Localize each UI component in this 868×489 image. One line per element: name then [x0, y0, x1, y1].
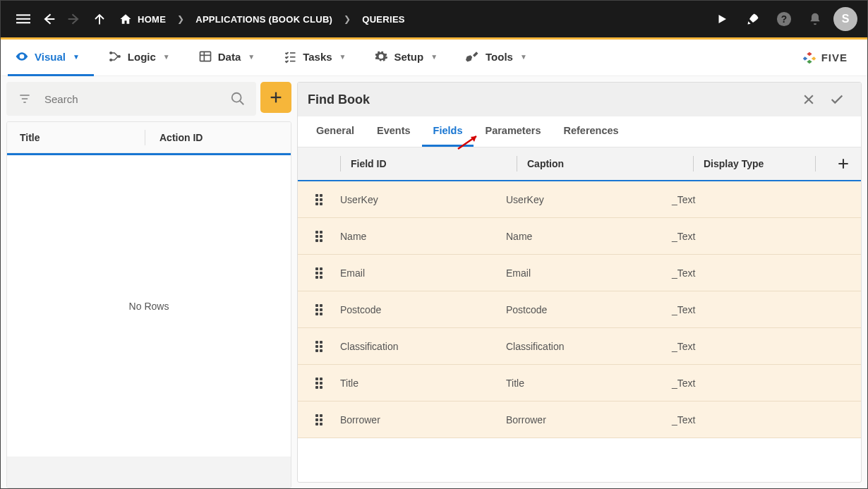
menu-setup[interactable]: Setup ▼: [367, 40, 452, 76]
breadcrumb-home[interactable]: HOME: [112, 13, 173, 25]
drag-handle-icon[interactable]: [298, 194, 340, 205]
cell-field-id: UserKey: [340, 194, 506, 205]
tab-label: Fields: [433, 125, 463, 136]
tab-label: References: [563, 125, 618, 136]
bell-icon[interactable]: [802, 6, 828, 32]
table-row[interactable]: Classification Classification _Text: [298, 328, 861, 365]
grid-header: Field ID Caption Display Type: [298, 147, 861, 181]
menubar: Visual ▼ Logic ▼ Data ▼ Tasks ▼ Setup ▼ …: [1, 40, 867, 76]
close-icon[interactable]: [795, 85, 823, 114]
filter-icon[interactable]: [11, 85, 39, 113]
menu-data[interactable]: Data ▼: [191, 40, 269, 76]
cell-caption: UserKey: [506, 194, 672, 205]
cell-field-id: Email: [340, 267, 506, 279]
menu-label: Logic: [128, 51, 156, 63]
left-panel: Title Action ID No Rows: [1, 76, 291, 488]
tab-references[interactable]: References: [552, 116, 629, 147]
table-row[interactable]: Borrower Borrower _Text: [298, 402, 861, 438]
cell-field-id: Name: [340, 231, 506, 242]
menu-logic[interactable]: Logic ▼: [101, 40, 184, 76]
column-header-caption[interactable]: Caption: [527, 158, 693, 169]
drag-handle-icon[interactable]: [298, 267, 340, 279]
cell-caption: Name: [506, 231, 672, 242]
column-header-field-id[interactable]: Field ID: [351, 158, 517, 169]
tab-label: Events: [377, 125, 411, 136]
menu-label: Setup: [394, 51, 423, 63]
cell-caption: Borrower: [506, 414, 672, 425]
menu-tasks[interactable]: Tasks ▼: [276, 40, 360, 76]
chevron-right-icon: ❯: [173, 14, 188, 24]
drag-handle-icon[interactable]: [298, 414, 340, 425]
breadcrumb-queries[interactable]: QUERIES: [355, 14, 412, 25]
menu-visual[interactable]: Visual ▼: [8, 40, 94, 76]
page-title: Find Book: [308, 92, 370, 107]
tab-parameters[interactable]: Parameters: [474, 116, 552, 147]
tab-general[interactable]: General: [305, 116, 366, 147]
svg-rect-1: [16, 18, 30, 20]
cell-display-type: _Text: [672, 194, 826, 205]
drag-handle-icon[interactable]: [298, 304, 340, 315]
svg-text:?: ?: [781, 14, 787, 25]
chevron-down-icon: ▼: [430, 53, 438, 61]
column-header-display-type[interactable]: Display Type: [704, 158, 815, 169]
cell-caption: Email: [506, 267, 672, 279]
chevron-down-icon: ▼: [248, 53, 255, 61]
add-button[interactable]: [260, 82, 291, 113]
menu-label: Tasks: [303, 51, 332, 63]
cell-field-id: Classification: [340, 341, 506, 352]
cell-caption: Postcode: [506, 304, 672, 315]
brand-text: FIVE: [821, 52, 848, 64]
tab-events[interactable]: Events: [366, 116, 422, 147]
breadcrumb-label: APPLICATIONS (BOOK CLUB): [195, 14, 332, 25]
svg-rect-2: [16, 22, 30, 23]
back-icon[interactable]: [36, 6, 61, 32]
drag-handle-icon[interactable]: [298, 341, 340, 352]
menu-label: Tools: [486, 51, 513, 63]
tab-label: General: [316, 125, 354, 136]
grid-body: UserKey UserKey _Text Name Name _Text Em…: [298, 181, 861, 438]
main: Title Action ID No Rows Find Book Genera…: [1, 76, 867, 488]
chevron-down-icon: ▼: [163, 53, 170, 61]
left-grid-footer: [7, 457, 291, 488]
help-icon[interactable]: ?: [771, 6, 797, 32]
column-header-title[interactable]: Title: [7, 132, 145, 143]
play-icon[interactable]: [709, 6, 735, 32]
table-row[interactable]: Title Title _Text: [298, 365, 861, 402]
cell-field-id: Postcode: [340, 304, 506, 315]
menu-tools[interactable]: Tools ▼: [459, 40, 541, 76]
svg-line-21: [240, 101, 244, 105]
tab-fields[interactable]: Fields: [422, 116, 474, 147]
tabs: General Events Fields Parameters Referen…: [298, 116, 861, 147]
chevron-down-icon: ▼: [339, 53, 346, 61]
brand-logo: FIVE: [802, 50, 848, 66]
cell-caption: Title: [506, 378, 672, 389]
table-row[interactable]: UserKey UserKey _Text: [298, 181, 861, 218]
add-row-icon[interactable]: [826, 157, 861, 171]
hamburger-icon[interactable]: [11, 6, 36, 32]
cell-display-type: _Text: [672, 267, 826, 279]
chevron-right-icon: ❯: [339, 14, 355, 24]
forward-icon: [61, 6, 87, 32]
confirm-icon[interactable]: [823, 85, 851, 114]
column-header-action-id[interactable]: Action ID: [145, 132, 203, 143]
drag-handle-icon[interactable]: [298, 231, 340, 242]
svg-rect-0: [16, 14, 30, 16]
avatar[interactable]: S: [833, 7, 857, 31]
right-panel: Find Book General Events Fields Paramete…: [297, 82, 862, 483]
breadcrumb-label: HOME: [138, 14, 166, 25]
tab-label: Parameters: [485, 125, 541, 136]
chevron-down-icon: ▼: [520, 53, 527, 61]
deploy-icon[interactable]: [740, 6, 766, 32]
drag-handle-icon[interactable]: [298, 378, 340, 389]
table-row[interactable]: Email Email _Text: [298, 255, 861, 291]
table-row[interactable]: Name Name _Text: [298, 218, 861, 255]
cell-caption: Classification: [506, 341, 672, 352]
up-icon[interactable]: [87, 6, 112, 32]
breadcrumb-applications[interactable]: APPLICATIONS (BOOK CLUB): [188, 14, 339, 25]
cell-display-type: _Text: [672, 304, 826, 315]
menu-label: Visual: [35, 51, 66, 63]
table-row[interactable]: Postcode Postcode _Text: [298, 291, 861, 328]
chevron-down-icon: ▼: [73, 53, 80, 61]
search-input[interactable]: [39, 93, 224, 105]
search-icon[interactable]: [224, 85, 252, 113]
